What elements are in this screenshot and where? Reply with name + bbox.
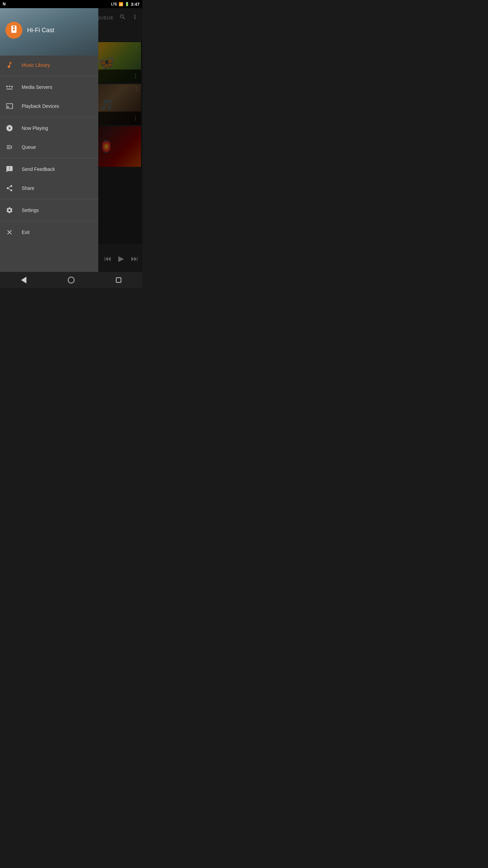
drawer-header-content: Hi-Fi Cast bbox=[0, 8, 98, 44]
queue-icon bbox=[5, 143, 14, 151]
main-container: QUEUE TISTS PLAYLISTS FOLDE bbox=[0, 8, 142, 272]
music-library-icon bbox=[5, 61, 14, 69]
bottom-nav bbox=[0, 272, 142, 288]
back-triangle-icon bbox=[21, 277, 26, 283]
exit-icon bbox=[5, 228, 14, 236]
media-servers-icon bbox=[5, 83, 14, 91]
playback-devices-label: Playback Devices bbox=[22, 103, 59, 109]
recents-button[interactable] bbox=[108, 273, 129, 287]
settings-label: Settings bbox=[22, 208, 39, 213]
app-name: Hi-Fi Cast bbox=[27, 27, 54, 34]
sidebar-item-queue[interactable]: Queue bbox=[0, 138, 98, 157]
divider-4 bbox=[0, 199, 98, 199]
status-bar-left: N bbox=[3, 2, 6, 6]
drawer-header: Hi-Fi Cast bbox=[0, 8, 98, 56]
divider-2 bbox=[0, 117, 98, 117]
menu-section: Music Library Media Servers bbox=[0, 56, 98, 272]
sidebar-item-media-servers[interactable]: Media Servers bbox=[0, 78, 98, 97]
signal-icon: 📶 bbox=[119, 2, 123, 6]
sidebar-item-exit[interactable]: Exit bbox=[0, 223, 98, 242]
settings-icon bbox=[5, 206, 14, 214]
app-logo bbox=[5, 22, 22, 39]
send-feedback-label: Send Feedback bbox=[22, 166, 55, 172]
home-circle-icon bbox=[68, 277, 75, 283]
back-button[interactable] bbox=[14, 273, 34, 287]
sidebar-item-playback-devices[interactable]: Playback Devices bbox=[0, 97, 98, 116]
divider-5 bbox=[0, 221, 98, 221]
time-display: 3:47 bbox=[131, 2, 140, 7]
sidebar-item-now-playing[interactable]: Now Playing bbox=[0, 119, 98, 138]
send-feedback-icon bbox=[5, 165, 14, 173]
now-playing-label: Now Playing bbox=[22, 125, 48, 131]
app-logo-icon bbox=[9, 25, 18, 36]
exit-label: Exit bbox=[22, 230, 29, 235]
queue-label-menu: Queue bbox=[22, 144, 36, 150]
music-library-label: Music Library bbox=[22, 62, 50, 68]
media-servers-label: Media Servers bbox=[22, 84, 52, 90]
lte-icon: LTE bbox=[111, 2, 117, 6]
share-label: Share bbox=[22, 185, 34, 191]
divider-1 bbox=[0, 76, 98, 76]
battery-icon: 🔋 bbox=[125, 2, 129, 6]
app-notification-icon: N bbox=[3, 2, 6, 6]
navigation-drawer: Hi-Fi Cast Music Library bbox=[0, 8, 98, 272]
home-button[interactable] bbox=[61, 273, 81, 287]
status-bar: N LTE 📶 🔋 3:47 bbox=[0, 0, 142, 8]
share-icon bbox=[5, 184, 14, 192]
status-icons: LTE 📶 🔋 3:47 bbox=[111, 2, 140, 7]
now-playing-icon bbox=[5, 124, 14, 132]
sidebar-item-share[interactable]: Share bbox=[0, 179, 98, 198]
playback-devices-icon bbox=[5, 102, 14, 110]
recents-square-icon bbox=[116, 277, 121, 283]
sidebar-item-music-library[interactable]: Music Library bbox=[0, 56, 98, 75]
sidebar-item-send-feedback[interactable]: Send Feedback bbox=[0, 160, 98, 179]
sidebar-item-settings[interactable]: Settings bbox=[0, 201, 98, 220]
divider-3 bbox=[0, 158, 98, 158]
